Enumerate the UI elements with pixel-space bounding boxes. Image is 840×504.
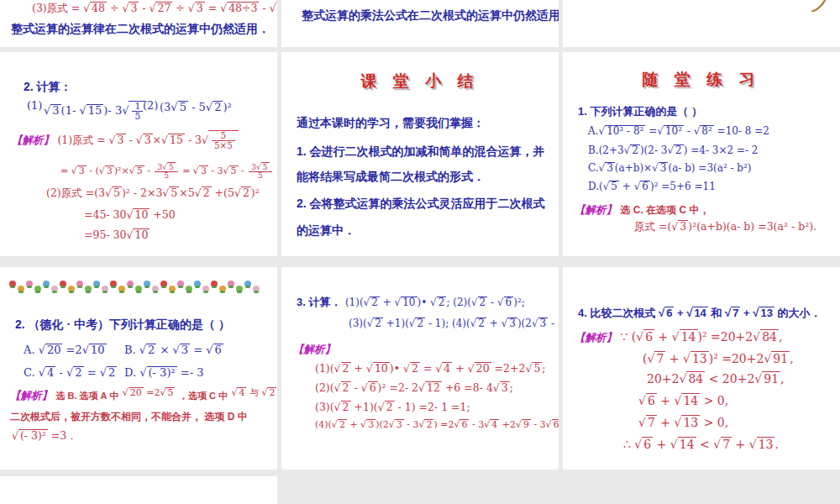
analysis-label: 【解析】 — [293, 343, 335, 357]
flower-icon — [152, 286, 159, 292]
flower-icon — [110, 281, 117, 287]
slide-multiplication-formula-law[interactable]: 整式运算的乘法公式在二次根式的运算中仍然适用． — [281, 0, 559, 47]
flower-icon — [60, 281, 66, 287]
flower-icon — [202, 286, 209, 292]
summary-line-3: 能将结果写成最简二次根式的形式． — [297, 170, 485, 185]
solution-line-5: √7 + √13 > 0, — [638, 415, 728, 429]
question-1: 1. 下列计算正确的是（ ） — [578, 104, 702, 119]
flower-icon — [177, 281, 184, 287]
question-line-2: (3)(√2 +1)(√2 - 1); (4)(√2 + √3)(2√3 - 3… — [349, 318, 559, 330]
analysis-text-2: ，选项 C 中 — [179, 391, 228, 401]
analysis-text-1: 选 B. 选项 A 中 — [55, 391, 118, 401]
problem-heading: 3. 计算． — [297, 296, 341, 308]
solution-line-1: (1)(√2 + √10)• √2 = √4 + √20 =2+2√5; — [315, 362, 546, 375]
summary-line-1: 通过本课时的学习，需要我们掌握： — [297, 116, 485, 131]
flower-icon — [194, 281, 201, 287]
solution-line-4: =45- 30√10 +50 — [84, 208, 176, 221]
flower-icon — [34, 286, 41, 292]
flower-border — [8, 281, 270, 299]
flower-icon — [253, 286, 260, 292]
problem-heading: 2. 计算： — [24, 80, 72, 95]
flower-icon — [236, 286, 243, 292]
solution-line-1: (1)原式 = √3 - √3×√15 - 3√55×5 — [57, 134, 238, 146]
flower-icon — [68, 286, 75, 292]
flower-icon — [127, 281, 134, 287]
analysis-formula-3: √(- 3)² =3． — [12, 429, 77, 444]
flower-icon — [51, 286, 58, 292]
solution-line-3: (3)(√2 +1)(√2 - 1) =2- 1 =1; — [315, 401, 470, 413]
analysis-label: 【解析】 — [10, 390, 52, 402]
option-b: B. √2 × √3 = √6 — [124, 344, 223, 357]
analysis-label: 【解析】 — [575, 204, 617, 216]
analysis-formula: 原式 =(√3)²(a+b)(a- b) =3(a² - b²). — [634, 220, 816, 234]
slide-mixed-ops-law[interactable]: (3)原式 = √48 ÷ √3 - √27 ÷ √3 = √48÷3 - √2… — [0, 0, 277, 47]
flower-icon — [219, 286, 226, 292]
flower-icon — [102, 286, 108, 292]
flower-icon — [76, 281, 83, 287]
question: 2. （德化 · 中考）下列计算正确的是（ ） — [15, 318, 230, 333]
analysis-label: 【解析】 — [575, 332, 617, 344]
solution-line-5: =95- 30√10 — [84, 228, 150, 241]
flower-icon — [135, 286, 142, 292]
slide-blank-partial[interactable] — [563, 0, 840, 47]
slide-title: 课 堂 小 结 — [281, 71, 559, 92]
part2-formula: (3√5 - 5√2)² — [160, 101, 232, 114]
option-d: D. √(- 3)² =- 3 — [124, 366, 204, 380]
gold-flourish-icon — [808, 0, 828, 12]
solution-line-4: √6 + √14 > 0, — [638, 393, 728, 407]
flower-icon — [228, 281, 234, 287]
summary-line-4: 2. 会将整式运算的乘法公式灵活应用于二次根式 — [297, 197, 545, 212]
flower-icon — [169, 286, 176, 292]
option-d: D.(√5 + √6)² =5+6 =11 — [588, 181, 716, 193]
analysis-text-4: 二次根式后，被开方数不相同，不能合并， 选项 D 中 — [10, 410, 248, 424]
analysis-text: 选 C. 在选项 C 中， — [620, 204, 709, 216]
flower-icon — [144, 281, 150, 287]
option-a: A. √20 =2√10 — [24, 344, 107, 357]
solution-line-4: (4)(√2 + √3)(2√3 - 3√2) =2√6 - 3√4 +2√9 … — [315, 419, 559, 431]
slide-calc-problem2[interactable]: 2. 计算： (1) √3(1- √15)- 3√15 (2) (3√5 - 5… — [0, 52, 277, 256]
flower-icon — [93, 281, 100, 287]
flower-icon — [160, 281, 167, 287]
solution-line-3: 20+2√84 < 20+2√91, — [647, 371, 785, 386]
slide-lesson-summary[interactable]: 课 堂 小 结 通过本课时的学习，需要我们掌握： 1. 会进行二次根式的加减和简… — [281, 52, 559, 256]
solution-line-3: (2)原式 =(3√5)² - 2×3√5×5√2 +(5√2)² — [46, 186, 260, 201]
slide-dehua-exam-problem[interactable]: 2. （德化 · 中考）下列计算正确的是（ ） A. √20 =2√10 B. … — [0, 267, 277, 470]
flower-icon — [18, 286, 24, 292]
flower-icon — [118, 286, 125, 292]
solution-line-2: (2)(√2 - √6)² =2- 2√12 +6 =8- 4√3; — [315, 381, 513, 394]
statement-line: 整式运算的乘法公式在二次根式的运算中仍然适用． — [302, 8, 559, 24]
option-a: A.√10² - 8² =√10² - √8² =10- 8 =2 — [588, 125, 769, 138]
flower-icon — [211, 281, 218, 287]
flower-icon — [26, 281, 33, 287]
analysis-label: 【解析】 — [12, 134, 54, 146]
question-line-1: (1)(√2 + √10)• √2; (2)(√2 - √6)²; — [345, 297, 525, 308]
part2-label: (2) — [143, 99, 158, 112]
option-c: C.√3(a+b)×√3(a- b) =3(a² - b²) — [588, 162, 752, 175]
statement-line: 整式运算的运算律在二次根式的运算中仍然适用． — [11, 22, 270, 37]
solution-line-6: ∴ √6 + √14 < √7 + √13. — [623, 437, 779, 451]
solution-line-1: ∵ (√6 + √14)² =20+2√84, — [620, 330, 782, 344]
part1-label: (1) — [27, 99, 42, 112]
option-c: C. √4 - √2 = √2 — [24, 366, 117, 380]
solution-line-2: (√7 + √13)² =20+2√91, — [643, 351, 794, 365]
slide-in-class-practice[interactable]: 随 堂 练 习 1. 下列计算正确的是（ ） A.√10² - 8² =√10²… — [563, 52, 840, 256]
formula-line: (3)原式 = √48 ÷ √3 - √27 ÷ √3 = √48÷3 - √2… — [32, 2, 277, 16]
flower-icon — [9, 281, 16, 287]
analysis-formula-2: √4 与 √2 — [231, 387, 276, 398]
slide-title: 随 堂 练 习 — [563, 69, 840, 91]
solution-line-2: = √3 - (√3)²×√5 - 3√55 = √3 - 3√5 - 3√55… — [60, 162, 277, 181]
flower-icon — [186, 286, 192, 292]
question: 4. 比较二次根式 √6 + √14 和 √7 + √13 的大小． — [578, 306, 822, 321]
analysis-formula-1: √20 =2√5 — [123, 387, 176, 398]
slide-blank-bottom-partial[interactable] — [0, 476, 277, 504]
flower-icon — [244, 281, 251, 287]
slide-compare-problem4[interactable]: 4. 比较二次根式 √6 + √14 和 √7 + √13 的大小． 【解析】 … — [563, 267, 840, 470]
summary-line-5: 的运算中． — [297, 223, 355, 239]
summary-line-2: 1. 会进行二次根式的加减和简单的混合运算，并 — [297, 144, 545, 160]
part1-formula: √3(1- √15)- 3√15 — [44, 101, 146, 121]
flower-icon — [85, 286, 92, 292]
slide-calc-problem3[interactable]: 3. 计算． (1)(√2 + √10)• √2; (2)(√2 - √6)²;… — [281, 267, 559, 470]
flower-icon — [43, 281, 50, 287]
option-b: B.(2+3√2)(2- 3√2) =4- 3×2 =- 2 — [588, 144, 759, 157]
